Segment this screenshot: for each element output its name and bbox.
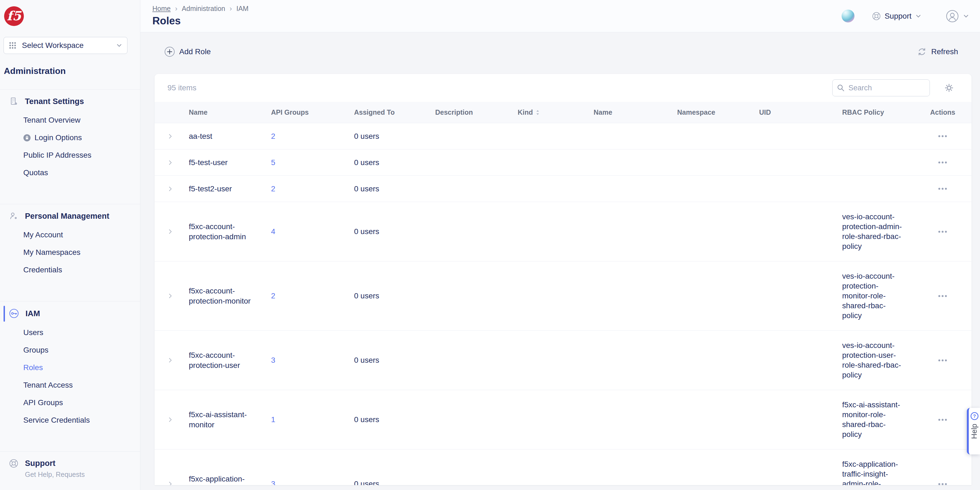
api-groups-link[interactable]: 3	[271, 356, 275, 364]
search-input[interactable]	[832, 79, 930, 96]
sort-icon	[536, 109, 539, 116]
row-expand-button[interactable]	[154, 357, 189, 363]
avatar-icon	[946, 10, 959, 22]
breadcrumb-home[interactable]: Home	[153, 5, 171, 13]
account-menu[interactable]	[946, 10, 969, 22]
search-icon	[837, 84, 845, 92]
assigned-to: 0 users	[354, 415, 435, 424]
row-expand-button[interactable]	[154, 481, 189, 485]
row-actions-button[interactable]	[930, 135, 971, 137]
sidebar-item-label: API Groups	[23, 398, 63, 407]
sidebar-item-my-namespaces[interactable]: My Namespaces	[23, 244, 135, 261]
add-role-label: Add Role	[179, 48, 211, 56]
table-row: f5xc-account-protection-monitor 2 0 user…	[154, 261, 972, 330]
api-groups-link[interactable]: 5	[271, 158, 275, 167]
api-groups-link[interactable]: 4	[271, 227, 275, 236]
column-header-description[interactable]: Description	[435, 108, 518, 116]
row-actions-button[interactable]	[930, 295, 971, 297]
column-header-uid[interactable]: UID	[759, 108, 842, 116]
section-header-iam[interactable]: IAM	[9, 309, 135, 318]
breadcrumb-separator: ›	[230, 5, 232, 13]
row-actions-button[interactable]	[930, 360, 971, 362]
assigned-to: 0 users	[354, 158, 435, 167]
api-groups-link[interactable]: 2	[271, 132, 275, 140]
support-menu[interactable]: Support	[872, 12, 921, 21]
column-header-name2[interactable]: Name	[593, 108, 677, 116]
role-name: f5xc-ai-assistant-monitor	[189, 409, 271, 430]
sidebar-item-label: My Namespaces	[23, 248, 81, 257]
section-header-tenant-settings[interactable]: Tenant Settings	[9, 97, 135, 106]
assigned-to: 0 users	[354, 480, 435, 485]
column-header-name[interactable]: Name	[189, 108, 271, 116]
section-header-personal-management[interactable]: Personal Management	[9, 211, 135, 220]
ai-assistant-sphere-icon[interactable]	[842, 10, 854, 22]
sidebar-item-credentials[interactable]: Credentials	[23, 261, 135, 279]
api-groups-link[interactable]: 2	[271, 292, 275, 300]
svg-text:f5: f5	[7, 8, 22, 23]
sidebar-item-tenant-overview[interactable]: Tenant Overview	[23, 111, 135, 129]
row-actions-button[interactable]	[930, 419, 971, 421]
workspace-selector[interactable]: Select Workspace	[3, 37, 127, 54]
row-actions-button[interactable]	[930, 162, 971, 163]
section-label: IAM	[25, 309, 40, 318]
help-tab[interactable]: ? Help	[967, 408, 980, 454]
sidebar-support[interactable]: Support Get Help, Requests	[0, 452, 140, 485]
sidebar-item-login-options[interactable]: Login Options	[23, 129, 135, 146]
api-groups-count: 1	[271, 415, 354, 424]
api-groups-link[interactable]: 2	[271, 184, 275, 193]
column-header-namespace[interactable]: Namespace	[677, 108, 759, 116]
column-header-kind[interactable]: Kind	[518, 108, 593, 116]
table-row: f5xc-account-protection-user 3 0 users v…	[154, 330, 972, 390]
row-expand-button[interactable]	[154, 228, 189, 235]
sidebar-item-quotas[interactable]: Quotas	[23, 164, 135, 181]
f5-logo[interactable]: f5	[4, 6, 24, 26]
breadcrumb-iam[interactable]: IAM	[236, 5, 248, 13]
row-actions-button[interactable]	[930, 231, 971, 233]
sidebar-item-public-ip-addresses[interactable]: Public IP Addresses	[23, 146, 135, 164]
breadcrumb-administration[interactable]: Administration	[182, 5, 225, 13]
chevron-right-icon	[167, 186, 173, 192]
table-row: f5xc-ai-assistant-monitor 1 0 users f5xc…	[154, 390, 972, 449]
sidebar-item-groups[interactable]: Groups	[23, 341, 135, 359]
user-gear-icon	[9, 211, 18, 220]
row-expand-button[interactable]	[154, 417, 189, 423]
assigned-to: 0 users	[354, 356, 435, 365]
add-role-button[interactable]: Add Role	[164, 46, 211, 57]
row-expand-button[interactable]	[154, 160, 189, 166]
sidebar-item-api-groups[interactable]: API Groups	[23, 394, 135, 411]
column-header-rbac-policy[interactable]: RBAC Policy	[842, 108, 930, 116]
sidebar-item-service-credentials[interactable]: Service Credentials	[23, 411, 135, 429]
row-actions-button[interactable]	[930, 188, 971, 190]
row-actions-button[interactable]	[930, 483, 971, 485]
table-header-row: Name API Groups Assigned To Description …	[154, 102, 972, 123]
top-header: Home › Administration › IAM Roles	[140, 0, 980, 32]
row-expand-button[interactable]	[154, 133, 189, 140]
chevron-down-icon	[963, 13, 969, 19]
grid-icon	[9, 41, 16, 49]
chevron-down-icon	[915, 13, 921, 19]
column-header-assigned-to[interactable]: Assigned To	[354, 108, 435, 116]
sidebar-item-tenant-access[interactable]: Tenant Access	[23, 376, 135, 394]
rbac-policy: ves-io-account-protection-admin-role-sha…	[842, 212, 930, 251]
sidebar-item-my-account[interactable]: My Account	[23, 226, 135, 244]
api-groups-link[interactable]: 3	[271, 480, 275, 485]
sidebar: f5 Select Workspace Administration	[0, 0, 140, 490]
api-groups-count: 3	[271, 356, 354, 365]
sidebar-item-users[interactable]: Users	[23, 324, 135, 341]
row-expand-button[interactable]	[154, 186, 189, 192]
role-name: f5xc-account-protection-admin	[189, 222, 271, 242]
api-groups-link[interactable]: 1	[271, 415, 275, 424]
chevron-right-icon	[167, 357, 173, 363]
sidebar-item-roles[interactable]: Roles	[23, 359, 135, 376]
sidebar-item-label: Public IP Addresses	[23, 151, 92, 160]
sidebar-item-label: Groups	[23, 346, 49, 355]
column-header-api-groups[interactable]: API Groups	[271, 108, 354, 116]
row-expand-button[interactable]	[154, 293, 189, 299]
f5-logo-icon: f5	[4, 6, 24, 26]
toolbar: Add Role Refresh	[164, 46, 958, 57]
sidebar-item-label: Quotas	[23, 168, 48, 177]
chevron-right-icon	[167, 417, 173, 423]
active-section-indicator	[3, 306, 5, 322]
refresh-button[interactable]: Refresh	[917, 47, 958, 57]
table-settings-button[interactable]	[943, 82, 955, 94]
